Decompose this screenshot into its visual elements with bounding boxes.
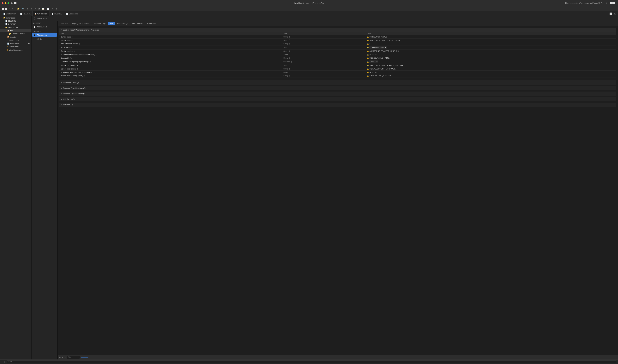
table-row[interactable]: Bundle OS Type code▲▼String▲▼🔒$(PRODUCT_…	[59, 64, 616, 67]
type-stepper[interactable]: ▲▼	[289, 75, 290, 77]
panel-item-target[interactable]: 📱 WhichLocale	[32, 33, 57, 37]
sidebar-root-group[interactable]: ▼ 📁 WhichLocale	[0, 16, 31, 19]
add-target-button[interactable]: +	[32, 38, 34, 40]
split-view-button[interactable]: ⬜⬜	[609, 1, 616, 5]
sidebar-item-assets[interactable]: 📦 Assets	[0, 35, 31, 39]
breakpoint-button[interactable]: ⊘	[30, 7, 33, 10]
type-stepper[interactable]: ▲▼	[289, 53, 290, 56]
collapsed-section-header[interactable]: ▶ Document Types (0)	[59, 81, 616, 85]
add-tab-button[interactable]: +	[605, 1, 608, 5]
sidebar-item-readme[interactable]: 📄 README	[0, 23, 31, 26]
table-row[interactable]: Bundle version▲▼String▲▼🔒$(CURRENT_PROJE…	[59, 50, 616, 53]
collapsed-section-header[interactable]: ▶ Imported Type Identifiers (0)	[59, 92, 616, 96]
tab-build-rules[interactable]: Build Rules	[145, 22, 158, 25]
tab-whichlocale[interactable]: 📋 WhichLocale	[33, 11, 50, 16]
tab-localizable[interactable]: 📄 Localizable	[64, 11, 80, 16]
maximize-button[interactable]	[7, 2, 9, 4]
type-stepper[interactable]: ▲▼	[289, 68, 290, 70]
stepper-control[interactable]: ▲▼	[72, 36, 74, 38]
remove-target-button[interactable]: −	[34, 38, 36, 40]
memory-button[interactable]: 📊	[41, 7, 45, 10]
collapsed-section-header[interactable]: ▶ Exported Type Identifiers (0)	[59, 86, 616, 90]
panel-item-project[interactable]: 📋 WhichLocale	[32, 25, 57, 28]
type-stepper[interactable]: ▲▼	[289, 46, 290, 49]
sidebar-item-info[interactable]: 📋 Info	[0, 29, 31, 32]
nav-panel-button[interactable]: ⬜⬜	[1, 7, 8, 10]
type-stepper[interactable]: ▲▼	[291, 61, 292, 63]
stepper-control[interactable]: ▲▼	[84, 75, 85, 77]
table-row[interactable]: Bundle name▲▼String▲▼🔒$(PRODUCT_NAME)	[59, 35, 616, 39]
table-row[interactable]: App Category▲▼String▲▼🔒Developer Tools	[59, 45, 616, 50]
type-stepper[interactable]: ▲▼	[289, 36, 290, 38]
section-header[interactable]: ▼ Custom macOS Application Target Proper…	[59, 28, 616, 32]
filter-target-button[interactable]: ⊙ Filter	[36, 38, 42, 40]
table-row[interactable]: Default localization▲▼String▲▼🔒$(DEVELOP…	[59, 67, 616, 71]
stepper-control[interactable]: ▲▼	[79, 42, 80, 45]
sidebar-item-localizable[interactable]: 📄 Localizable M	[0, 42, 31, 45]
sidebar-filter-input[interactable]	[7, 360, 617, 363]
table-row[interactable]: Bundle version string (short)▲▼String▲▼🔒…	[59, 74, 616, 78]
stepper-control[interactable]: ▲▼	[75, 39, 76, 41]
test-button[interactable]: ◇	[34, 7, 37, 10]
type-stepper[interactable]: ▲▼	[289, 57, 290, 59]
table-row[interactable]: Executable file▲▼String▲▼🔒$(EXECUTABLE_N…	[59, 56, 616, 60]
type-stepper[interactable]: ▲▼	[289, 42, 290, 45]
source-control-button[interactable]: ⊕	[26, 7, 29, 10]
sidebar-item-license[interactable]: 📄 LICENSE	[0, 19, 31, 23]
sidebar-toggle-button[interactable]: ⬜	[13, 1, 17, 5]
stepper-control[interactable]: ▲▼	[96, 53, 97, 56]
tab-resource-tags[interactable]: Resource Tags	[92, 22, 107, 25]
remove-property-button[interactable]: −	[62, 356, 63, 359]
value-select[interactable]: YES	[370, 60, 378, 63]
editor-options-button[interactable]: ⊞	[614, 12, 617, 15]
stepper-control[interactable]: ▲▼	[74, 57, 75, 59]
type-stepper[interactable]: ▲▼	[289, 39, 290, 41]
forward-button[interactable]: ›	[11, 7, 14, 10]
sidebar-group-whichlocale[interactable]: ▼ 📁 WhichLocale	[0, 26, 31, 29]
stepper-control[interactable]: ▲▼	[94, 71, 95, 73]
debug-button[interactable]: ⊞	[37, 7, 40, 10]
tab-license[interactable]: 📄 LICENSE	[50, 11, 64, 16]
file-icon-button[interactable]: 📁	[16, 7, 20, 10]
sidebar-item-whichlocaleapp[interactable]: S WhichLocaleApp	[0, 48, 31, 52]
stepper-control[interactable]: ▲▼	[79, 64, 80, 66]
stepper-control[interactable]: ▲▼	[77, 68, 78, 70]
filter-input[interactable]	[67, 356, 80, 359]
type-stepper[interactable]: ▲▼	[289, 50, 290, 52]
expand-icon[interactable]: ▶	[61, 71, 62, 73]
collapsed-section-header[interactable]: ▶ Services (0)	[59, 103, 616, 107]
sidebar-item-whichlocale-swift[interactable]: S WhichLocale	[0, 45, 31, 48]
minimize-button[interactable]	[5, 2, 6, 4]
sidebar-item-contentview[interactable]: S ContentView	[0, 39, 31, 42]
tab-signing[interactable]: Signing & Capabilities	[70, 22, 91, 25]
run-button[interactable]: ▶	[11, 1, 13, 5]
expand-icon[interactable]: ▶	[61, 54, 62, 55]
table-row[interactable]: InfoDictionary version▲▼String▲▼🔒6.0	[59, 42, 616, 45]
tab-build-settings[interactable]: Build Settings	[115, 22, 130, 25]
warnings-button[interactable]: ⚠	[51, 7, 54, 10]
tab-build-phases[interactable]: Build Phases	[130, 22, 144, 25]
tab-info[interactable]: Info	[108, 22, 115, 25]
close-button[interactable]	[2, 2, 4, 4]
value-select[interactable]: Developer Tools	[370, 46, 387, 49]
type-stepper[interactable]: ▲▼	[289, 71, 290, 73]
table-row[interactable]: UIPreferShowingLanguageSettings▲▼Boolean…	[59, 60, 616, 64]
assistant-button[interactable]: ◈	[55, 7, 58, 10]
tab-contentview[interactable]: 📄 ContentView	[1, 11, 18, 16]
add-property-button[interactable]: +	[59, 356, 61, 359]
stepper-control[interactable]: ▲▼	[74, 50, 75, 52]
table-row[interactable]: Bundle identifier▲▼String▲▼🔒$(PRODUCT_BU…	[59, 39, 616, 42]
sidebar-item-preview-content[interactable]: ▶ 📁 Preview Content	[0, 32, 31, 35]
document-button[interactable]: 📄	[46, 7, 50, 10]
table-row[interactable]: ▶Supported interface orientations (iPhon…	[59, 53, 616, 56]
tab-general[interactable]: General	[60, 22, 70, 25]
type-stepper[interactable]: ▲▼	[289, 64, 290, 66]
table-row[interactable]: ▶Supported interface orientations (iPad)…	[59, 71, 616, 74]
split-editor-button[interactable]: ⬜	[609, 12, 613, 15]
tab-readme[interactable]: 📄 README	[18, 11, 33, 16]
back-button[interactable]: ‹	[8, 7, 11, 10]
search-button[interactable]: 🔍	[21, 7, 25, 10]
stepper-control[interactable]: ▲▼	[73, 46, 74, 49]
add-sidebar-item-button[interactable]: +	[1, 361, 3, 363]
stepper-control[interactable]: ▲▼	[90, 61, 91, 63]
